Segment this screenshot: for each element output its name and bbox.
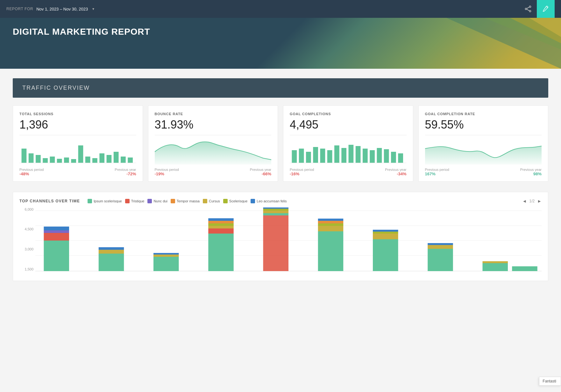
svg-rect-66 <box>263 211 289 213</box>
metric-card-goal-completion-rate: GOAL COMPLETION RATE 59.55% P <box>418 105 549 182</box>
year-stat-3: Previous year 98% <box>520 168 542 176</box>
svg-rect-61 <box>208 223 234 226</box>
svg-rect-34 <box>349 145 354 163</box>
svg-rect-69 <box>318 231 344 271</box>
svg-rect-79 <box>428 245 453 249</box>
svg-rect-40 <box>391 152 396 163</box>
channels-chart-svg <box>35 207 542 281</box>
svg-rect-72 <box>318 221 344 223</box>
svg-rect-33 <box>341 148 346 163</box>
svg-rect-59 <box>208 228 234 234</box>
share-icon <box>525 5 532 12</box>
svg-rect-29 <box>313 147 318 163</box>
svg-rect-76 <box>373 232 398 234</box>
date-range-selector[interactable]: Nov 1, 2023 – Nov 30, 2023 ▾ <box>36 7 94 11</box>
metric-footer-1: Previous period -19% Previous year -66% <box>155 168 272 176</box>
svg-rect-49 <box>44 233 69 241</box>
svg-rect-83 <box>512 266 537 271</box>
hero-section: DIGITAL MARKETING REPORT <box>0 18 561 69</box>
svg-rect-27 <box>299 149 304 163</box>
svg-rect-17 <box>78 145 83 163</box>
legend-item: Nunc dui <box>147 199 167 203</box>
svg-rect-71 <box>318 223 344 226</box>
metric-chart-2 <box>290 139 407 164</box>
svg-rect-75 <box>373 234 398 239</box>
y-axis: 6,000 4,500 3,000 1,500 <box>19 207 33 271</box>
svg-rect-21 <box>107 155 112 163</box>
svg-line-4 <box>527 9 529 11</box>
metric-value-2: 4,495 <box>290 118 407 131</box>
svg-line-3 <box>527 7 529 9</box>
next-page-button[interactable]: ► <box>537 199 542 204</box>
prev-page-button[interactable]: ◄ <box>522 199 527 204</box>
svg-point-2 <box>525 8 527 10</box>
metric-label-0: TOTAL SESSIONS <box>19 112 136 116</box>
app-header: REPORT FOR Nov 1, 2023 – Nov 30, 2023 ▾ <box>0 0 561 18</box>
y-label-1: 4,500 <box>19 227 33 231</box>
legend-swatch <box>88 199 92 203</box>
period-stat-3: Previous period 167% <box>425 168 449 176</box>
chevron-down-icon: ▾ <box>92 7 94 11</box>
metric-chart-1 <box>155 139 272 164</box>
svg-rect-28 <box>306 152 311 163</box>
svg-rect-52 <box>99 254 124 271</box>
legend-swatch <box>251 199 255 203</box>
svg-rect-31 <box>327 150 332 163</box>
legend-item: Ipsum scelerisque <box>88 199 122 203</box>
svg-rect-10 <box>29 153 34 163</box>
svg-rect-24 <box>128 158 133 163</box>
svg-rect-48 <box>44 241 69 271</box>
pagination: ◄ 1/2 ► <box>522 199 542 204</box>
metric-card-goal-completions: GOAL COMPLETIONS 4,495 <box>283 105 413 182</box>
svg-rect-39 <box>384 149 389 163</box>
metric-chart-3 <box>425 139 542 164</box>
svg-rect-81 <box>483 263 508 271</box>
edit-button[interactable] <box>537 0 555 18</box>
svg-rect-56 <box>153 255 179 257</box>
channels-chart-container: 6,000 4,500 3,000 1,500 <box>19 207 542 281</box>
legend-item: Tristique <box>125 199 145 203</box>
metric-chart-0 <box>19 139 136 164</box>
svg-rect-35 <box>356 146 361 163</box>
metric-label-2: GOAL COMPLETIONS <box>290 112 407 116</box>
legend-item: Leo accumsan felis <box>251 199 287 203</box>
svg-rect-77 <box>373 230 398 232</box>
svg-rect-12 <box>43 158 48 163</box>
svg-rect-16 <box>71 159 76 163</box>
legend-item: Scelerisque <box>223 199 247 203</box>
svg-rect-70 <box>318 226 344 231</box>
svg-rect-32 <box>334 145 339 163</box>
svg-rect-22 <box>114 152 119 163</box>
legend-item: Cursus <box>203 199 220 203</box>
metric-card-bounce-rate: BOUNCE RATE 31.93% Previous p <box>148 105 278 182</box>
year-stat-1: Previous year -66% <box>250 168 271 176</box>
hero-decoration <box>383 18 561 69</box>
svg-rect-78 <box>428 249 453 271</box>
svg-rect-51 <box>44 227 69 230</box>
metrics-row: TOTAL SESSIONS 1,396 <box>13 105 548 182</box>
legend-swatch <box>223 199 228 203</box>
page-indicator: 1/2 <box>529 199 535 203</box>
svg-rect-62 <box>208 221 234 223</box>
svg-rect-55 <box>153 257 179 271</box>
metric-label-1: BOUNCE RATE <box>155 112 272 116</box>
metric-footer-2: Previous period -16% Previous year -34% <box>290 168 407 176</box>
period-stat-1: Previous period -19% <box>155 168 179 176</box>
svg-rect-37 <box>370 150 375 163</box>
svg-rect-11 <box>36 155 41 163</box>
svg-rect-67 <box>263 209 289 211</box>
legend-swatch <box>203 199 207 203</box>
svg-rect-15 <box>64 158 69 163</box>
report-label: REPORT FOR <box>6 7 33 11</box>
y-label-2: 3,000 <box>19 247 33 251</box>
svg-rect-57 <box>153 253 179 255</box>
svg-rect-13 <box>50 157 55 163</box>
svg-rect-18 <box>85 157 90 163</box>
metric-value-0: 1,396 <box>19 118 136 131</box>
edit-icon <box>543 6 549 12</box>
svg-rect-23 <box>121 157 126 163</box>
metric-value-3: 59.55% <box>425 118 542 131</box>
metric-card-total-sessions: TOTAL SESSIONS 1,396 <box>13 105 143 182</box>
year-stat-0: Previous year -72% <box>115 168 136 176</box>
share-button[interactable] <box>520 2 537 16</box>
